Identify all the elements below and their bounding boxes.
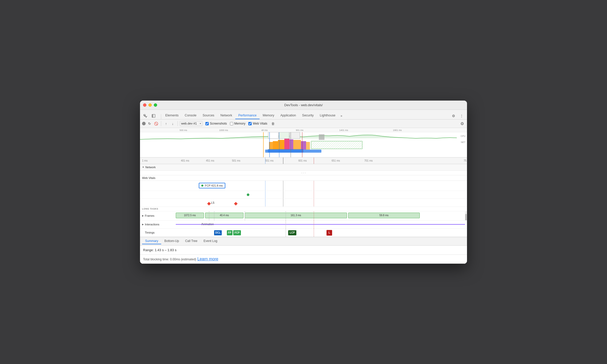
tab-summary[interactable]: Summary xyxy=(142,238,161,244)
save-profile-button[interactable]: ↓ xyxy=(170,121,176,126)
timeline-ruler: 1 ms 401 ms 451 ms 501 ms 551 ms 601 ms … xyxy=(140,157,467,164)
interactions-content: Animation xyxy=(176,221,467,228)
timing-fp[interactable]: FP xyxy=(227,230,232,235)
window-title: DevTools - web.dev/vitals/ xyxy=(284,103,323,107)
tab-elements[interactable]: Elements xyxy=(162,112,182,119)
frame-bar-3[interactable]: 161.3 ms xyxy=(245,213,347,218)
minimize-button[interactable] xyxy=(148,103,152,107)
svg-rect-5 xyxy=(278,140,284,150)
ls-diamond-2 xyxy=(235,201,237,206)
fcp-green-dot xyxy=(201,185,203,187)
network-expand-icon[interactable]: ▼ xyxy=(142,166,144,168)
frame-bar-4[interactable]: 59.8 ms xyxy=(348,213,420,218)
nav-tabs: Elements Console Sources Network Perform… xyxy=(140,110,467,119)
timings-label: ▶ Timings xyxy=(140,231,176,234)
timing-l[interactable]: L xyxy=(326,230,332,236)
dock-icon[interactable] xyxy=(150,113,157,119)
tab-sources[interactable]: Sources xyxy=(200,112,217,119)
overview-panel: 500 ms 1000 ms 40 ms 901 ms 1401 ms 1901… xyxy=(140,128,467,157)
vitals-dot-row xyxy=(140,191,467,199)
close-button[interactable] xyxy=(143,103,146,107)
svg-rect-2 xyxy=(152,114,153,117)
delete-recording-button[interactable]: 🗑 xyxy=(270,121,275,126)
screenshots-label: Screenshots xyxy=(210,122,227,125)
svg-rect-8 xyxy=(293,140,301,150)
tab-call-tree[interactable]: Call Tree xyxy=(182,238,201,244)
web-vitals-checkbox[interactable]: Web Vitals xyxy=(248,122,267,125)
timing-fcp[interactable]: FCP xyxy=(233,230,241,235)
learn-more-link[interactable]: Learn more xyxy=(197,257,218,261)
settings-icon[interactable]: ⚙ xyxy=(450,113,457,119)
blocking-time-row: Total blocking time: 0.00ms (estimated) … xyxy=(140,255,467,264)
screenshots-input[interactable] xyxy=(205,122,209,125)
svg-rect-24 xyxy=(319,134,324,140)
frames-expand[interactable]: ▶ xyxy=(142,214,144,217)
network-section-label: ▼ Network xyxy=(140,166,467,169)
divider xyxy=(161,114,161,119)
interactions-row: ▶ Interactions Animation xyxy=(140,221,467,229)
svg-rect-17 xyxy=(279,132,289,139)
record-button[interactable] xyxy=(142,122,146,125)
network-row: ▼ Network xyxy=(140,164,467,171)
ruler-end: 75 xyxy=(464,159,466,162)
cpu-label: CPU xyxy=(461,135,465,137)
ls-diamond-1 xyxy=(208,201,210,206)
more-options-icon[interactable]: ⋮ xyxy=(458,113,465,119)
frame-bar-1[interactable]: 1072.5 ms xyxy=(176,213,204,218)
frames-label: ▶ Frames xyxy=(140,214,176,217)
frame-3-duration: 161.3 ms xyxy=(290,214,301,217)
bottom-tabs: Summary Bottom-Up Call Tree Event Log xyxy=(140,237,467,246)
tab-performance[interactable]: Performance xyxy=(235,112,260,119)
tab-security[interactable]: Security xyxy=(299,112,317,119)
devtools-panel: Elements Console Sources Network Perform… xyxy=(140,110,467,264)
tab-network[interactable]: Network xyxy=(217,112,235,119)
frame-4-duration: 59.8 ms xyxy=(379,214,389,217)
timing-dcl[interactable]: DCL xyxy=(214,230,222,235)
scrollbar-thumb[interactable] xyxy=(465,214,467,220)
overview-mark-1401: 1401 ms xyxy=(339,129,348,131)
inspect-icon[interactable] xyxy=(142,113,149,119)
tab-event-log[interactable]: Event Log xyxy=(201,238,220,244)
timings-spacer: ▶ xyxy=(142,231,144,234)
maximize-button[interactable] xyxy=(154,103,157,107)
fcp-label: FCP 421.8 ms xyxy=(205,184,223,187)
web-vitals-section: Web Vitals FCP 421.8 ms xyxy=(140,175,467,207)
titlebar: DevTools - web.dev/vitals/ xyxy=(140,101,467,110)
clear-button[interactable]: 🚫 xyxy=(153,121,159,126)
memory-label: Memory xyxy=(234,122,245,125)
session-dropdown-arrow: ▾ xyxy=(200,122,201,125)
record-bar: ↻ 🚫 ↑ ↓ web.dev #1 ▾ Screenshots Memory xyxy=(140,119,467,128)
interactions-expand[interactable]: ▶ xyxy=(142,223,144,226)
tab-memory[interactable]: Memory xyxy=(260,112,277,119)
ruler-501ms: 501 ms xyxy=(232,159,240,162)
memory-input[interactable] xyxy=(230,122,233,125)
fcp-row: FCP 421.8 ms xyxy=(140,181,467,191)
fcp-tooltip[interactable]: FCP 421.8 ms xyxy=(199,183,225,188)
memory-checkbox[interactable]: Memory xyxy=(230,122,245,125)
screenshots-checkbox[interactable]: Screenshots xyxy=(205,122,227,125)
tab-bottom-up[interactable]: Bottom-Up xyxy=(161,238,182,244)
web-vitals-input[interactable] xyxy=(248,122,252,125)
blocking-label: Total blocking time: 0.00ms (estimated) xyxy=(143,258,196,261)
reload-button[interactable]: ↻ xyxy=(147,121,152,126)
performance-settings-icon[interactable]: ⚙ xyxy=(459,121,465,126)
overview-mark-400: 40 ms xyxy=(261,129,268,131)
load-profile-button[interactable]: ↑ xyxy=(163,121,169,126)
tab-application[interactable]: Application xyxy=(277,112,299,119)
long-tasks-label: LONG TASKS xyxy=(140,207,467,211)
more-tabs-button[interactable]: » xyxy=(338,113,344,119)
session-selector[interactable]: web.dev #1 ▾ xyxy=(180,121,202,126)
divider2 xyxy=(161,121,161,126)
web-vitals-label: Web Vitals xyxy=(253,122,267,125)
ruler-551ms: 551 ms xyxy=(265,159,274,162)
timing-lcp[interactable]: LCP xyxy=(288,230,296,235)
interactions-label: ▶ Interactions xyxy=(140,223,176,226)
timings-content: DCL FP FCP LCP L xyxy=(176,229,467,237)
frame-bar-2[interactable]: 40.4 ms xyxy=(205,213,243,218)
tab-lighthouse[interactable]: Lighthouse xyxy=(317,112,338,119)
divider3 xyxy=(178,121,178,126)
vitals-green-dot xyxy=(247,193,249,196)
overview-mark-901: 901 ms xyxy=(296,129,304,131)
tab-console[interactable]: Console xyxy=(182,112,200,119)
timings-row: ▶ Timings DCL FP FCP xyxy=(140,229,467,237)
